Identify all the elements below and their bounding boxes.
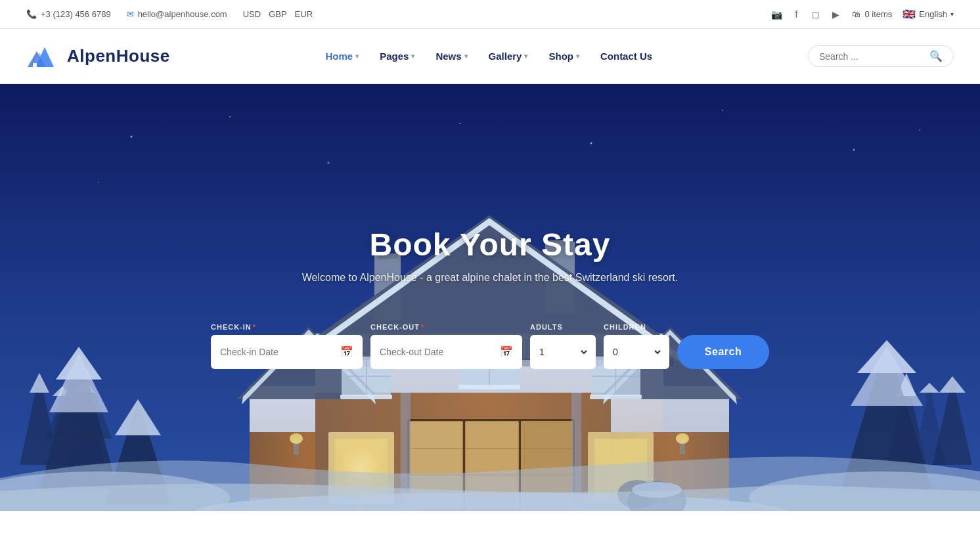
facebook-icon[interactable]: f xyxy=(790,9,802,20)
hero-title: Book Your Stay xyxy=(302,227,678,263)
logo-link[interactable]: AlpenHouse xyxy=(26,42,170,71)
email-address: hello@alpenhouse.com xyxy=(138,9,227,19)
top-bar: 📞 +3 (123) 456 6789 ✉ hello@alpenhouse.c… xyxy=(0,0,980,29)
children-group: CHILDREN 0 1 2 3 4 xyxy=(604,323,669,369)
chevron-down-icon: ▾ xyxy=(411,53,414,60)
brand-name: AlpenHouse xyxy=(67,46,170,66)
checkin-group: CHECK-IN* 📅 xyxy=(211,323,363,369)
nav-label-home: Home xyxy=(326,51,353,62)
hero-subtitle: Welcome to AlpenHouse - a great alpine c… xyxy=(302,272,678,284)
chevron-down-icon: ▾ xyxy=(576,53,579,60)
language-selector[interactable]: 🇬🇧 English ▾ xyxy=(902,8,954,20)
currency-eur[interactable]: EUR xyxy=(295,9,313,19)
cart-button[interactable]: 🛍 0 items xyxy=(852,9,892,19)
children-label: CHILDREN xyxy=(604,323,669,331)
hero-content: Book Your Stay Welcome to AlpenHouse - a… xyxy=(302,227,678,310)
checkout-input-wrapper: 📅 xyxy=(370,335,522,369)
cart-count: 0 items xyxy=(864,9,892,19)
nav-label-gallery: Gallery xyxy=(489,51,522,62)
navbar: AlpenHouse Home ▾ Pages ▾ News ▾ Gallery… xyxy=(0,29,980,84)
chevron-down-icon: ▾ xyxy=(950,11,954,18)
nav-item-pages[interactable]: Pages ▾ xyxy=(370,45,424,67)
nav-label-contact: Contact Us xyxy=(600,51,652,62)
email-icon: ✉ xyxy=(127,9,134,19)
social-icons: 📷 f ◻ ▶ xyxy=(770,9,841,20)
youtube-icon[interactable]: ▶ xyxy=(830,9,841,20)
nav-label-pages: Pages xyxy=(380,51,409,62)
chevron-down-icon: ▾ xyxy=(464,53,468,60)
svg-rect-3 xyxy=(33,63,37,67)
booking-form: CHECK-IN* 📅 CHECK-OUT* 📅 ADULTS 1 2 xyxy=(211,323,769,369)
nav-item-contact[interactable]: Contact Us xyxy=(591,45,661,67)
nav-item-news[interactable]: News ▾ xyxy=(426,45,476,67)
hero-section: Book Your Stay Welcome to AlpenHouse - a… xyxy=(0,84,980,511)
search-input[interactable] xyxy=(819,51,924,62)
nav-item-gallery[interactable]: Gallery ▾ xyxy=(479,45,537,67)
nav-item-shop[interactable]: Shop ▾ xyxy=(539,45,589,67)
children-select[interactable]: 0 1 2 3 4 xyxy=(610,346,663,358)
nav-label-news: News xyxy=(435,51,461,62)
nav-item-home[interactable]: Home ▾ xyxy=(317,45,368,67)
checkout-group: CHECK-OUT* 📅 xyxy=(370,323,522,369)
checkin-input-wrapper: 📅 xyxy=(211,335,363,369)
email-info: ✉ hello@alpenhouse.com xyxy=(127,9,227,19)
cart-icon: 🛍 xyxy=(852,9,860,19)
chevron-down-icon: ▾ xyxy=(524,53,527,60)
currency-gbp[interactable]: GBP xyxy=(269,9,286,19)
logo-icon xyxy=(26,42,59,71)
top-bar-right: 📷 f ◻ ▶ 🛍 0 items 🇬🇧 English ▾ xyxy=(770,8,954,20)
phone-info: 📞 +3 (123) 456 6789 xyxy=(26,9,111,19)
calendar-icon: 📅 xyxy=(340,345,353,358)
camera-icon[interactable]: 📷 xyxy=(770,9,782,20)
adults-select-wrapper: 1 2 3 4 5 6 xyxy=(530,335,596,369)
checkin-label: CHECK-IN* xyxy=(211,323,363,331)
adults-select[interactable]: 1 2 3 4 5 6 xyxy=(537,346,589,358)
phone-icon: 📞 xyxy=(26,9,37,19)
currency-switcher: USD GBP EUR xyxy=(243,9,313,19)
top-bar-left: 📞 +3 (123) 456 6789 ✉ hello@alpenhouse.c… xyxy=(26,9,313,19)
nav-label-shop: Shop xyxy=(548,51,573,62)
children-select-wrapper: 0 1 2 3 4 xyxy=(604,335,669,369)
instagram-icon[interactable]: ◻ xyxy=(810,9,822,20)
search-button[interactable]: Search xyxy=(677,335,769,369)
search-icon[interactable]: 🔍 xyxy=(929,50,943,62)
language-label: English xyxy=(919,9,947,19)
calendar-icon: 📅 xyxy=(500,345,513,358)
nav-links: Home ▾ Pages ▾ News ▾ Gallery ▾ Shop ▾ C… xyxy=(317,45,662,67)
search-bar: 🔍 xyxy=(808,45,954,67)
checkout-label: CHECK-OUT* xyxy=(370,323,522,331)
chevron-down-icon: ▾ xyxy=(355,53,359,60)
adults-label: ADULTS xyxy=(530,323,596,331)
checkout-input[interactable] xyxy=(380,347,495,357)
currency-usd[interactable]: USD xyxy=(243,9,261,19)
checkin-input[interactable] xyxy=(220,347,335,357)
phone-number: +3 (123) 456 6789 xyxy=(41,9,111,19)
flag-icon: 🇬🇧 xyxy=(902,8,916,20)
adults-group: ADULTS 1 2 3 4 5 6 xyxy=(530,323,596,369)
